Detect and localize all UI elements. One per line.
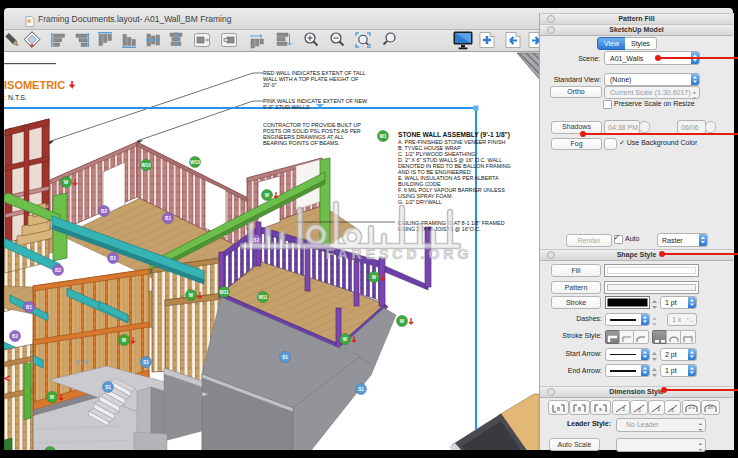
- svg-text:WALL WITH A TOP PLATE HEIGHT O: WALL WITH A TOP PLATE HEIGHT OF: [263, 76, 359, 82]
- svg-text:USING 2" X 6" JOISTS @ 16"O.C.: USING 2" X 6" JOISTS @ 16"O.C.: [398, 226, 481, 232]
- svg-text:W10: W10: [141, 163, 151, 168]
- svg-text:S1: S1: [105, 385, 111, 390]
- svg-text:W: W: [400, 319, 405, 324]
- svg-text:W: W: [50, 395, 55, 400]
- svg-text:S1: S1: [358, 387, 364, 392]
- svg-text:W10: W10: [190, 160, 200, 165]
- svg-text:S1: S1: [143, 360, 149, 365]
- svg-text:: N.T.S.: : N.T.S.: [4, 94, 27, 101]
- svg-text:W: W: [189, 293, 194, 298]
- svg-text:B1: B1: [165, 216, 171, 221]
- svg-text:20'-0": 20'-0": [263, 82, 277, 88]
- svg-text:B2: B2: [12, 334, 18, 339]
- svg-text:W: W: [343, 337, 348, 342]
- svg-text:3m: 3m: [707, 405, 714, 410]
- svg-text:s: s: [599, 406, 602, 412]
- svg-text:W: W: [265, 193, 270, 198]
- svg-text:FARESCD.ORG: FARESCD.ORG: [326, 246, 473, 262]
- svg-text:S1: S1: [282, 355, 288, 360]
- svg-text:BEARING POINTS OF BEAMS.: BEARING POINTS OF BEAMS.: [263, 140, 340, 146]
- svg-text:B1: B1: [110, 256, 116, 261]
- svg-text:G. 1/2" DRYWALL: G. 1/2" DRYWALL: [398, 199, 442, 205]
- svg-text:W: W: [122, 338, 127, 343]
- svg-text:W11: W11: [219, 290, 229, 295]
- svg-text:8: 8: [557, 406, 561, 412]
- svg-text:W1: W1: [380, 134, 387, 139]
- svg-text:8: 8: [578, 406, 582, 412]
- svg-text:3: 3: [657, 406, 660, 412]
- svg-text:B1: B1: [26, 305, 32, 310]
- svg-text:3: 3: [671, 407, 674, 413]
- svg-text:ISOMETRIC: ISOMETRIC: [4, 79, 65, 91]
- svg-text:W: W: [64, 180, 69, 185]
- svg-text:9'-0" STUD WALLS.: 9'-0" STUD WALLS.: [263, 104, 311, 110]
- svg-text:B2: B2: [101, 209, 107, 214]
- svg-text:3-3: 3-3: [688, 405, 695, 410]
- svg-text:2" x 6" →: 2" x 6" →: [76, 360, 95, 365]
- svg-text:STONE WALL ASSEMBLY (9'-1 1/8": STONE WALL ASSEMBLY (9'-1 1/8"): [398, 131, 510, 139]
- svg-text:3: 3: [622, 406, 625, 412]
- svg-text:3: 3: [638, 407, 641, 413]
- svg-text:W11: W11: [258, 295, 268, 300]
- svg-text:W: W: [372, 275, 377, 280]
- svg-text:B2: B2: [55, 268, 61, 273]
